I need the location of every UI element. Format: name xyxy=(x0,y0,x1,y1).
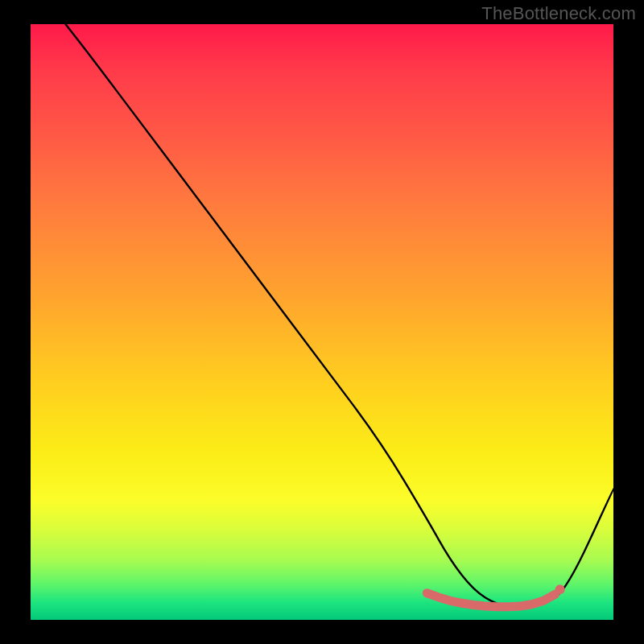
watermark-text: TheBottleneck.com xyxy=(481,3,636,24)
chart-frame: TheBottleneck.com xyxy=(0,0,644,644)
plot-area xyxy=(31,24,613,620)
highlight-end-dot xyxy=(555,584,565,594)
highlight-markers xyxy=(427,584,564,607)
curve-group xyxy=(65,24,613,607)
main-curve xyxy=(65,24,613,607)
chart-svg xyxy=(31,24,613,620)
